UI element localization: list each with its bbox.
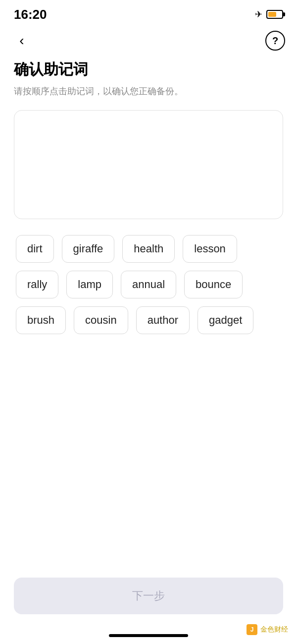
status-icons: ✈ — [255, 9, 283, 20]
status-time: 16:20 — [14, 7, 47, 22]
word-button-health[interactable]: health — [122, 235, 175, 263]
airplane-icon: ✈ — [255, 9, 262, 20]
watermark-icon: J — [247, 624, 257, 635]
back-button[interactable]: ‹ — [12, 31, 32, 51]
home-indicator — [109, 634, 188, 637]
page-title: 确认助记词 — [14, 59, 283, 80]
word-button-annual[interactable]: annual — [121, 271, 176, 298]
word-button-gadget[interactable]: gadget — [198, 306, 253, 334]
page-subtitle: 请按顺序点击助记词，以确认您正确备份。 — [14, 85, 283, 98]
next-step-button[interactable]: 下一步 — [14, 578, 283, 614]
footer: 下一步 — [14, 578, 283, 614]
word-button-bounce[interactable]: bounce — [184, 271, 243, 298]
word-button-brush[interactable]: brush — [16, 306, 66, 334]
word-button-dirt[interactable]: dirt — [16, 235, 54, 263]
help-button[interactable]: ? — [265, 31, 285, 51]
word-button-lesson[interactable]: lesson — [183, 235, 237, 263]
word-button-author[interactable]: author — [136, 306, 190, 334]
word-button-cousin[interactable]: cousin — [74, 306, 128, 334]
mnemonic-display-area — [14, 110, 283, 219]
nav-bar: ‹ ? — [0, 27, 297, 55]
battery-fill — [268, 12, 276, 17]
watermark: J 金色财经 — [247, 624, 288, 635]
word-button-giraffe[interactable]: giraffe — [62, 235, 115, 263]
page-content: 确认助记词 请按顺序点击助记词，以确认您正确备份。 dirtgiraffehea… — [0, 55, 297, 334]
word-button-rally[interactable]: rally — [16, 271, 58, 298]
word-button-lamp[interactable]: lamp — [66, 271, 113, 298]
word-buttons-section: dirtgiraffehealthlessonrallylampannualbo… — [14, 235, 283, 334]
watermark-text: 金色财经 — [260, 625, 288, 634]
status-bar: 16:20 ✈ — [0, 0, 297, 27]
battery-icon — [266, 10, 283, 19]
